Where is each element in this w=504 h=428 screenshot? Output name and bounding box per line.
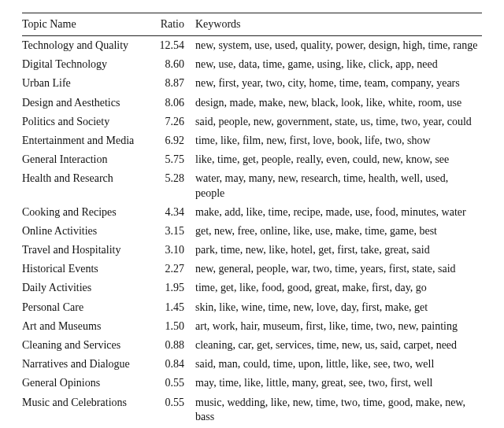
cell-ratio: 8.87 <box>158 74 195 93</box>
cell-keywords: new, system, use, used, quality, power, … <box>195 36 482 56</box>
cell-topic: Online Activities <box>22 222 158 241</box>
cell-ratio: 0.55 <box>158 393 195 426</box>
table-row: Digital Technology8.60new, use, data, ti… <box>22 55 482 74</box>
col-keywords: Keywords <box>195 13 482 36</box>
cell-keywords: may, time, like, little, many, great, se… <box>195 374 482 393</box>
cell-ratio: 4.34 <box>158 203 195 222</box>
cell-keywords: new, use, data, time, game, using, like,… <box>195 55 482 74</box>
cell-topic: Cooking and Recipes <box>22 203 158 222</box>
table-row: General Opinions0.55may, time, like, lit… <box>22 374 482 393</box>
cell-keywords: design, made, make, new, black, look, li… <box>195 94 482 113</box>
table-row: Design and Aesthetics8.06design, made, m… <box>22 94 482 113</box>
table-row: Music and Celebrations0.55music, wedding… <box>22 393 482 426</box>
cell-topic: Narratives and Dialogue <box>22 355 158 374</box>
cell-keywords: time, like, film, new, first, love, book… <box>195 131 482 150</box>
cell-topic: Art and Museums <box>22 317 158 336</box>
cell-topic: Cleaning and Services <box>22 336 158 355</box>
cell-ratio: 3.10 <box>158 241 195 260</box>
cell-keywords: art, work, hair, museum, first, like, ti… <box>195 317 482 336</box>
cell-keywords: get, new, free, online, like, use, make,… <box>195 222 482 241</box>
cell-keywords: said, people, new, government, state, us… <box>195 113 482 131</box>
cell-keywords: time, get, like, food, good, great, make… <box>195 279 482 297</box>
cell-keywords: said, man, could, time, upon, little, li… <box>195 355 482 374</box>
cell-ratio: 2.27 <box>158 260 195 279</box>
cell-topic: Design and Aesthetics <box>22 94 158 113</box>
table-row: Narratives and Dialogue0.84said, man, co… <box>22 355 482 374</box>
cell-topic: Daily Activities <box>22 279 158 297</box>
col-topic: Topic Name <box>22 13 158 36</box>
cell-keywords: new, general, people, war, two, time, ye… <box>195 260 482 279</box>
cell-topic: Technology and Quality <box>22 36 158 56</box>
cell-keywords: make, add, like, time, recipe, made, use… <box>195 203 482 222</box>
cell-topic: Entertainment and Media <box>22 131 158 150</box>
cell-ratio: 8.60 <box>158 55 195 74</box>
table-row: Art and Museums1.50art, work, hair, muse… <box>22 317 482 336</box>
table-row: Historical Events2.27new, general, peopl… <box>22 260 482 279</box>
cell-keywords: new, first, year, two, city, home, time,… <box>195 74 482 93</box>
cell-topic: Music and Celebrations <box>22 393 158 426</box>
table-row: Cooking and Recipes4.34make, add, like, … <box>22 203 482 222</box>
cell-keywords: water, may, many, new, research, time, h… <box>195 169 482 202</box>
cell-topic: Personal Care <box>22 298 158 317</box>
cell-keywords: music, wedding, like, new, time, two, ti… <box>195 393 482 426</box>
cell-topic: Politics and Society <box>22 113 158 131</box>
cell-ratio: 3.15 <box>158 222 195 241</box>
cell-ratio: 5.28 <box>158 169 195 202</box>
cell-topic: Health and Research <box>22 169 158 202</box>
cell-ratio: 12.54 <box>158 36 195 56</box>
cell-keywords: cleaning, car, get, services, time, new,… <box>195 336 482 355</box>
cell-topic: Travel and Hospitality <box>22 241 158 260</box>
table-row: Urban Life8.87new, first, year, two, cit… <box>22 74 482 93</box>
table-row: Travel and Hospitality3.10park, time, ne… <box>22 241 482 260</box>
col-ratio: Ratio <box>158 13 195 36</box>
cell-ratio: 8.06 <box>158 94 195 113</box>
topics-table: Topic Name Ratio Keywords Technology and… <box>22 13 482 428</box>
table-row: Daily Activities1.95time, get, like, foo… <box>22 279 482 297</box>
table-row: Health and Research5.28water, may, many,… <box>22 169 482 202</box>
table-row: Politics and Society7.26said, people, ne… <box>22 113 482 131</box>
table-header-row: Topic Name Ratio Keywords <box>22 13 482 36</box>
table-row: Entertainment and Media6.92time, like, f… <box>22 131 482 150</box>
table-row: Cleaning and Services0.88cleaning, car, … <box>22 336 482 355</box>
cell-topic: Digital Technology <box>22 55 158 74</box>
table-row: Technology and Quality12.54new, system, … <box>22 36 482 56</box>
cell-topic: Urban Life <box>22 74 158 93</box>
cell-topic: General Opinions <box>22 374 158 393</box>
cell-ratio: 1.45 <box>158 298 195 317</box>
table-row: Online Activities3.15get, new, free, onl… <box>22 222 482 241</box>
cell-ratio: 1.50 <box>158 317 195 336</box>
cell-keywords: like, time, get, people, really, even, c… <box>195 150 482 169</box>
cell-topic: General Interaction <box>22 150 158 169</box>
cell-ratio: 0.55 <box>158 374 195 393</box>
cell-ratio: 0.88 <box>158 336 195 355</box>
cell-ratio: 7.26 <box>158 113 195 131</box>
cell-ratio: 6.92 <box>158 131 195 150</box>
table-row: Personal Care1.45skin, like, wine, time,… <box>22 298 482 317</box>
cell-keywords: park, time, new, like, hotel, get, first… <box>195 241 482 260</box>
cell-ratio: 1.95 <box>158 279 195 297</box>
cell-ratio: 5.75 <box>158 150 195 169</box>
cell-topic: Historical Events <box>22 260 158 279</box>
table-row: General Interaction5.75like, time, get, … <box>22 150 482 169</box>
cell-ratio: 0.84 <box>158 355 195 374</box>
cell-keywords: skin, like, wine, time, new, love, day, … <box>195 298 482 317</box>
